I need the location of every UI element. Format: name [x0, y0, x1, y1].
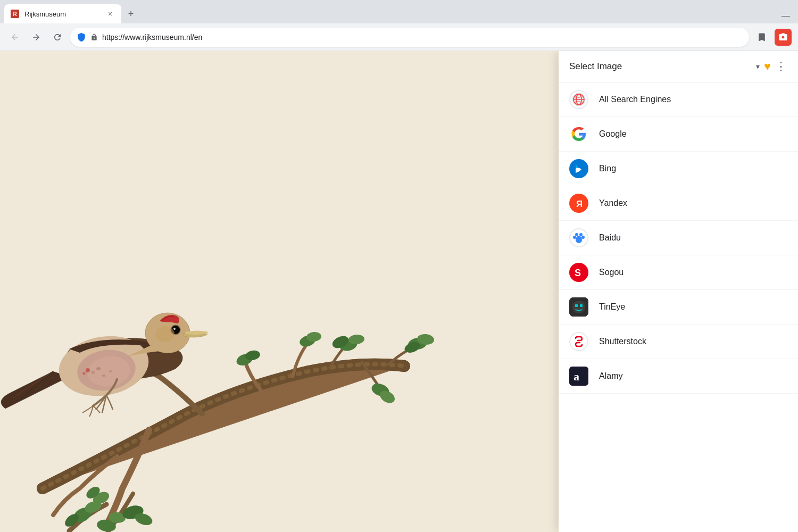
- browser-toolbar: https://www.rijksmuseum.nl/en: [0, 23, 798, 51]
- yandex-icon: Я: [569, 194, 588, 213]
- engine-item-baidu[interactable]: Baidu: [559, 221, 798, 255]
- tab-title: Rijksmuseum: [24, 10, 100, 18]
- back-button[interactable]: [6, 29, 23, 46]
- svg-point-34: [96, 367, 101, 370]
- select-image-label: Select Image: [569, 61, 752, 72]
- engine-item-tineye[interactable]: TinEye: [559, 290, 798, 325]
- engine-name-baidu: Baidu: [599, 233, 621, 243]
- reload-button[interactable]: [49, 29, 66, 46]
- all-engines-icon: [569, 90, 588, 109]
- heart-button[interactable]: ♥: [764, 60, 771, 73]
- svg-rect-56: [575, 304, 578, 307]
- engine-name-bing: Bing: [599, 164, 616, 173]
- shield-icon: [77, 32, 86, 42]
- dropdown-arrow-icon: ▾: [756, 62, 760, 71]
- tab-bar: R Rijksmuseum × + —: [0, 0, 798, 23]
- bookmark-button[interactable]: [753, 29, 770, 46]
- engine-name-sogou: Sogou: [599, 268, 624, 277]
- engine-item-sogou[interactable]: S Sogou: [559, 255, 798, 290]
- svg-point-35: [102, 375, 105, 377]
- svg-point-39: [82, 372, 86, 375]
- engine-name-shutterstock: Shutterstock: [599, 337, 646, 346]
- svg-point-55: [572, 301, 585, 313]
- camera-search-button[interactable]: [775, 29, 792, 46]
- svg-point-33: [155, 326, 174, 342]
- new-tab-button[interactable]: +: [123, 6, 138, 21]
- dropdown-header: Select Image ▾ ♥ ⋮: [559, 51, 798, 82]
- svg-point-38: [86, 368, 90, 372]
- address-bar[interactable]: https://www.rijksmuseum.nl/en: [70, 28, 749, 47]
- engine-name-yandex: Yandex: [599, 198, 627, 208]
- svg-point-48: [575, 233, 578, 236]
- lock-icon: [90, 34, 98, 41]
- alamy-icon: a: [569, 367, 588, 386]
- browser-window: R Rijksmuseum × + — htt: [0, 0, 798, 532]
- minimize-button[interactable]: —: [778, 11, 794, 21]
- forward-button[interactable]: [28, 29, 45, 46]
- bird-painting: [0, 51, 458, 532]
- engine-item-google[interactable]: Google: [559, 117, 798, 152]
- image-search-dropdown: Select Image ▾ ♥ ⋮: [559, 51, 798, 532]
- tineye-icon: [569, 297, 588, 317]
- bing-icon: [569, 159, 588, 178]
- google-icon: [569, 124, 588, 144]
- svg-text:Я: Я: [576, 199, 583, 209]
- svg-rect-0: [0, 52, 458, 531]
- svg-point-36: [109, 370, 112, 372]
- content-area: Select Image ▾ ♥ ⋮: [0, 51, 798, 532]
- svg-text:a: a: [573, 370, 579, 383]
- svg-point-31: [173, 328, 176, 330]
- svg-point-50: [573, 236, 576, 239]
- engine-item-alamy[interactable]: a Alamy: [559, 359, 798, 394]
- engine-item-all[interactable]: All Search Engines: [559, 82, 798, 117]
- tab-favicon: R: [11, 10, 19, 18]
- svg-point-51: [581, 236, 585, 239]
- engine-item-shutterstock[interactable]: Shutterstock: [559, 325, 798, 359]
- engine-name-google: Google: [599, 129, 627, 139]
- engine-name-tineye: TinEye: [599, 302, 625, 312]
- tab-close-button[interactable]: ×: [105, 9, 115, 19]
- window-controls: —: [778, 11, 794, 23]
- engine-name-all: All Search Engines: [599, 95, 671, 104]
- svg-point-49: [579, 233, 583, 236]
- url-display: https://www.rijksmuseum.nl/en: [102, 33, 743, 41]
- engine-item-yandex[interactable]: Я Yandex: [559, 186, 798, 221]
- shutterstock-icon: [569, 332, 588, 351]
- baidu-icon: [569, 228, 588, 247]
- svg-rect-57: [580, 304, 583, 307]
- sogou-icon: S: [569, 263, 588, 282]
- search-engine-list: All Search Engines Google: [559, 82, 798, 532]
- engine-item-bing[interactable]: Bing: [559, 152, 798, 186]
- svg-text:S: S: [575, 268, 581, 278]
- browser-tab[interactable]: R Rijksmuseum ×: [4, 4, 121, 23]
- more-options-button[interactable]: ⋮: [775, 60, 787, 73]
- engine-name-alamy: Alamy: [599, 371, 622, 381]
